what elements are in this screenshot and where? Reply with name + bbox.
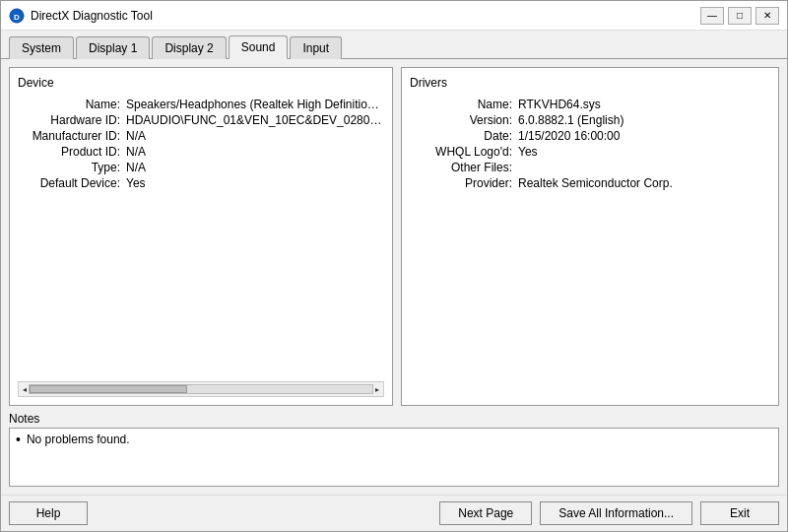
device-type-value: N/A xyxy=(126,161,146,174)
notes-section: Notes • No problems found. xyxy=(9,412,779,487)
title-bar-left: D DirectX Diagnostic Tool xyxy=(9,8,153,24)
notes-box: • No problems found. xyxy=(9,428,779,487)
driver-whql-label: WHQL Logo'd: xyxy=(410,145,518,159)
notes-item: • No problems found. xyxy=(16,432,130,446)
device-hwid-row: Hardware ID: HDAUDIO\FUNC_01&VEN_10EC&DE… xyxy=(18,113,384,127)
driver-version-label: Version: xyxy=(410,113,518,127)
driver-whql-value: Yes xyxy=(518,145,538,159)
notes-text: No problems found. xyxy=(27,432,130,446)
device-productid-row: Product ID: N/A xyxy=(18,145,384,159)
next-page-button[interactable]: Next Page xyxy=(439,501,532,525)
device-productid-label: Product ID: xyxy=(18,145,126,159)
device-mfrid-label: Manufacturer ID: xyxy=(18,129,126,143)
driver-other-row: Other Files: xyxy=(410,161,770,174)
window-controls: — □ ✕ xyxy=(700,7,779,25)
driver-date-value: 1/15/2020 16:00:00 xyxy=(518,129,620,143)
main-window: D DirectX Diagnostic Tool — □ ✕ System D… xyxy=(0,0,788,532)
device-panel-title: Device xyxy=(18,76,384,90)
device-name-label: Name: xyxy=(18,98,126,111)
drivers-info-table: Name: RTKVHD64.sys Version: 6.0.8882.1 (… xyxy=(410,98,770,190)
tab-system[interactable]: System xyxy=(9,36,74,59)
tab-sound[interactable]: Sound xyxy=(229,35,289,59)
horizontal-scrollbar[interactable]: ◂ ▸ xyxy=(18,381,384,397)
bottom-right-buttons: Next Page Save All Information... Exit xyxy=(439,501,779,525)
device-default-label: Default Device: xyxy=(18,176,126,190)
driver-version-value: 6.0.8882.1 (English) xyxy=(518,113,624,127)
scroll-left-icon[interactable]: ◂ xyxy=(21,385,29,394)
device-type-label: Type: xyxy=(18,161,126,174)
scroll-right-icon[interactable]: ▸ xyxy=(373,385,381,394)
scrollbar-thumb[interactable] xyxy=(30,385,187,393)
device-default-row: Default Device: Yes xyxy=(18,176,384,190)
driver-date-row: Date: 1/15/2020 16:00:00 xyxy=(410,129,770,143)
driver-provider-row: Provider: Realtek Semiconductor Corp. xyxy=(410,176,770,190)
device-name-value: Speakers/Headphones (Realtek High Defini… xyxy=(126,98,384,111)
maximize-button[interactable]: □ xyxy=(728,7,752,25)
device-mfrid-value: N/A xyxy=(126,129,146,143)
app-icon: D xyxy=(9,8,25,24)
minimize-button[interactable]: — xyxy=(700,7,724,25)
help-button[interactable]: Help xyxy=(9,501,88,525)
exit-button[interactable]: Exit xyxy=(700,501,779,525)
scrollbar-track[interactable] xyxy=(29,384,373,394)
bullet-icon: • xyxy=(16,432,21,446)
device-mfrid-row: Manufacturer ID: N/A xyxy=(18,129,384,143)
device-name-row: Name: Speakers/Headphones (Realtek High … xyxy=(18,98,384,111)
panels-row: Device Name: Speakers/Headphones (Realte… xyxy=(9,67,779,406)
tab-input[interactable]: Input xyxy=(290,36,342,59)
driver-name-value: RTKVHD64.sys xyxy=(518,98,601,111)
driver-provider-value: Realtek Semiconductor Corp. xyxy=(518,176,673,190)
device-hwid-value: HDAUDIO\FUNC_01&VEN_10EC&DEV_0280&SUBSYS… xyxy=(126,113,384,127)
drivers-panel: Drivers Name: RTKVHD64.sys Version: 6.0.… xyxy=(401,67,779,406)
device-default-value: Yes xyxy=(126,176,146,190)
driver-version-row: Version: 6.0.8882.1 (English) xyxy=(410,113,770,127)
driver-provider-label: Provider: xyxy=(410,176,518,190)
driver-name-row: Name: RTKVHD64.sys xyxy=(410,98,770,111)
driver-date-label: Date: xyxy=(410,129,518,143)
device-type-row: Type: N/A xyxy=(18,161,384,174)
driver-whql-row: WHQL Logo'd: Yes xyxy=(410,145,770,159)
tab-bar: System Display 1 Display 2 Sound Input xyxy=(1,31,787,59)
device-info-table: Name: Speakers/Headphones (Realtek High … xyxy=(18,98,384,190)
driver-name-label: Name: xyxy=(410,98,518,111)
window-title: DirectX Diagnostic Tool xyxy=(31,9,153,23)
driver-other-label: Other Files: xyxy=(410,161,518,174)
tab-display2[interactable]: Display 2 xyxy=(152,36,226,59)
device-productid-value: N/A xyxy=(126,145,146,159)
svg-text:D: D xyxy=(14,12,20,21)
bottom-bar: Help Next Page Save All Information... E… xyxy=(1,495,787,531)
title-bar: D DirectX Diagnostic Tool — □ ✕ xyxy=(1,1,787,31)
drivers-panel-title: Drivers xyxy=(410,76,770,90)
tab-display1[interactable]: Display 1 xyxy=(76,36,150,59)
save-all-button[interactable]: Save All Information... xyxy=(540,501,692,525)
device-hwid-label: Hardware ID: xyxy=(18,113,126,127)
device-panel: Device Name: Speakers/Headphones (Realte… xyxy=(9,67,393,406)
notes-label: Notes xyxy=(9,412,779,426)
close-button[interactable]: ✕ xyxy=(755,7,779,25)
main-content: Device Name: Speakers/Headphones (Realte… xyxy=(1,59,787,495)
